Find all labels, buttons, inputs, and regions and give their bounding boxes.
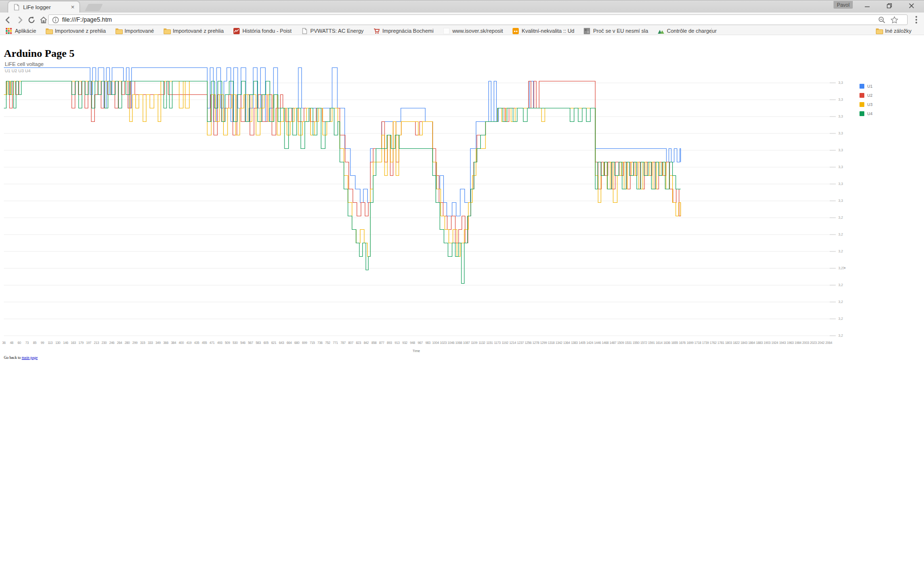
star-icon[interactable] [890,16,898,24]
bookmark-item[interactable]: Contrôle de chargeur [655,27,719,35]
legend-swatch [860,102,864,107]
legend-item: U4 [860,109,873,118]
bookmark-label: Impregnácia Bochemi [383,28,434,34]
bookmark-label: www.isover.sk/reposit [452,28,503,34]
bookmark-label: Kvalitní-nekvalita :: Ud [522,28,574,34]
legend-swatch [860,111,864,116]
restore-icon [886,3,892,9]
new-tab-button[interactable] [85,4,103,11]
legend-swatch [860,84,864,89]
bookmark-label: Importované z prehlia [173,28,224,34]
bookmark-item[interactable]: Impregnácia Bochemi [371,27,436,35]
bookmark-item[interactable]: www.isover.sk/reposit [440,27,506,35]
y-axis-tick-label: 3,3 [838,182,849,185]
close-icon [909,3,914,9]
y-axis-tick-label: 3,3 [838,199,849,202]
bookmarks-bar: AplikácieImportované z prehliaImportovan… [0,26,924,35]
chart-plot-area [0,60,857,347]
profile-chip[interactable]: Pavol [834,1,853,9]
x-axis-tick-label: 2064 [823,341,834,344]
series-U1 [4,68,680,216]
voltage-chart: LiFE cell voltage U1 U2 U3 U4 3,33,33,33… [0,60,905,378]
folder-icon [876,27,883,34]
y-axis-tick-label: 3,3 [838,148,849,152]
series-U4 [4,81,680,284]
y-axis-tick-label: 3,2 [838,250,849,253]
info-icon[interactable] [52,16,59,24]
home-icon [39,16,48,24]
y-axis-tick-label: 3,3 [838,81,849,84]
url-text[interactable]: file:///F:/page5.htm [62,16,112,23]
legend-item: U3 [860,100,873,109]
footer-text: Go back to main page [4,355,38,360]
y-axis-tick-label: 3,2 [838,334,849,337]
legend-swatch [860,93,864,98]
reload-button[interactable] [26,15,36,25]
tab-title: LiFe logger [23,4,51,10]
y-axis-title: V [843,267,846,269]
legend-label: U3 [867,102,873,107]
bookmark-item[interactable]: Importované z prehlia [161,27,227,35]
bookmark-label: Importované [125,28,154,34]
y-axis-tick-label: 3,3 [838,165,849,169]
y-axis-tick-label: 3,3 [838,131,849,135]
tab-life-logger[interactable]: LiFe logger × [8,1,80,13]
tab-close-icon[interactable]: × [69,4,76,11]
home-button[interactable] [38,15,48,25]
y-axis-tick-label: 3,2 [838,233,849,236]
folder-icon [46,27,52,34]
y-axis-tick-label: 3,2 [838,283,849,287]
bookmark-item[interactable]: Aplikácie [3,27,39,35]
blank-icon [443,27,450,34]
y-axis-tick-label: 3,3 [838,115,849,118]
address-bar[interactable]: file:///F:/page5.htm [48,14,908,25]
folder-icon [164,27,170,34]
reload-icon [27,16,36,24]
bookmark-item[interactable]: Proč se v EU nesmí sla [581,27,651,35]
apps-grid-icon [6,27,13,34]
x-axis-title: Time [407,349,426,353]
folder-icon [116,27,122,34]
tab-strip: LiFe logger × Pavol [0,0,924,13]
red-chart-icon [233,27,240,34]
toolbar: file:///F:/page5.htm [0,13,924,26]
other-bookmarks-label: Iné záložky [885,28,911,34]
main-page-link[interactable]: main page [22,355,38,360]
footer-prefix: Go back to [4,355,22,360]
legend-item: U1 [860,81,873,91]
page-icon [301,27,308,34]
y-axis-tick-label: 3,3 [838,98,849,101]
back-button[interactable] [3,15,13,25]
bookmark-label: História fondu - Poist [243,28,292,34]
page-icon [13,4,20,11]
green-badge-icon [658,27,665,34]
y-axis-tick-label: 3,2 [838,216,849,219]
bookmark-label: Aplikácie [15,28,36,34]
magnifier-icon[interactable] [878,16,886,24]
bookmark-label: PVWATTS: AC Energy [310,28,364,34]
chart-legend: U1U2U3U4 [860,81,873,118]
legend-label: U2 [867,93,873,98]
close-button[interactable] [903,0,920,11]
kebab-menu-icon[interactable] [912,15,921,24]
bookmark-item[interactable]: Kvalitní-nekvalita :: Ud [510,27,577,35]
browser-window: LiFe logger × Pavol [0,0,924,578]
minimize-button[interactable] [859,0,876,11]
other-bookmarks-button[interactable]: Iné záložky [873,26,914,35]
bookmark-item[interactable]: História fondu - Poist [231,27,295,35]
restore-button[interactable] [881,0,898,11]
page-title: Arduino Page 5 [4,47,75,60]
y-axis-tick-label: 3,2 [838,317,849,320]
minimize-icon [864,3,870,9]
forward-button[interactable] [15,15,25,25]
bookmark-item[interactable]: Importované z prehlia [43,27,109,35]
legend-label: U4 [867,111,873,116]
bookmark-label: Proč se v EU nesmí sla [593,28,648,34]
back-icon [4,16,12,24]
forward-icon [16,16,24,24]
orange-badge-icon [513,27,519,34]
bookmark-item[interactable]: PVWATTS: AC Energy [298,27,367,35]
bookmark-item[interactable]: Importované [113,27,157,35]
legend-label: U1 [867,84,873,89]
bookmark-label: Contrôle de chargeur [667,28,717,34]
